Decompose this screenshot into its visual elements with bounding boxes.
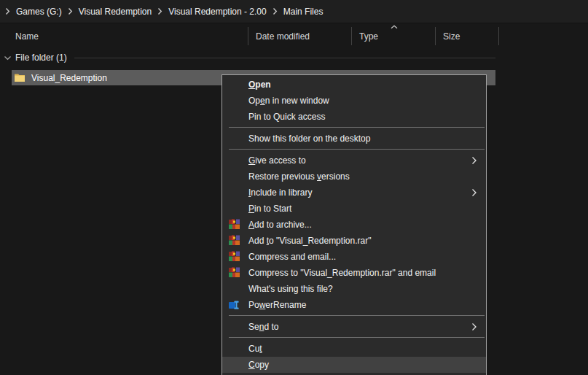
menu-item-send-to[interactable]: Send to [222,319,486,335]
menu-item-open-in-new-window[interactable]: Open in new window [222,93,486,109]
submenu-arrow-icon [471,156,477,165]
menu-item-powerrename[interactable]: PowerRename [222,297,486,313]
breadcrumb-item-visual-redemption-2-00[interactable]: Visual Redemption - 2.00 [165,5,270,18]
winrar-icon [229,219,240,230]
menu-item-label: What's using this file? [248,284,333,294]
breadcrumb-chevron-icon[interactable] [68,7,73,15]
menu-item-label: Compress to "Visual_Redemption.rar" and … [248,268,436,278]
menu-separator [229,149,485,150]
column-header-row: NameDate modifiedTypeSize [0,24,499,48]
menu-item-label: Include in library [248,188,312,198]
winrar-icon [229,235,240,246]
menu-item-label: Open in new window [248,96,329,106]
column-header-label: Type [359,31,378,42]
menu-item-copy[interactable]: Copy [222,357,486,373]
group-header-line [74,58,495,58]
menu-separator [229,337,485,338]
menu-item-label: Copy [248,360,269,370]
menu-item-show-this-folder-on-the-desktop[interactable]: Show this folder on the desktop [222,131,486,147]
menu-item-compress-and-email[interactable]: Compress and email... [222,249,486,265]
menu-item-label: Add to archive... [248,220,312,230]
breadcrumb-item-games-g[interactable]: Games (G:) [13,5,65,18]
menu-item-add-to-archive[interactable]: Add to archive... [222,217,486,233]
column-header-name[interactable]: Name [0,24,248,48]
menu-item-label: Restore previous versions [248,171,350,182]
context-menu: OpenOpen in new windowPin to Quick acces… [222,74,487,375]
powerrename-icon [229,299,240,311]
menu-item-label: Open [248,80,271,90]
menu-item-compress-to-visual-redemption-rar-and-email[interactable]: Compress to "Visual_Redemption.rar" and … [222,265,486,281]
column-header-label: Date modified [256,31,310,42]
menu-item-pin-to-quick-access[interactable]: Pin to Quick access [222,109,486,125]
breadcrumb: Games (G:)Visual RedemptionVisual Redemp… [0,0,588,23]
menu-item-give-access-to[interactable]: Give access to [222,152,486,169]
menu-item-label: Compress and email... [248,252,336,262]
menu-item-label: Pin to Start [248,204,291,214]
breadcrumb-chevron-icon[interactable] [5,7,10,15]
winrar-icon [229,251,240,262]
menu-separator [229,315,485,316]
group-header-label: File folder (1) [15,53,67,63]
menu-item-label: PowerRename [248,300,306,310]
submenu-arrow-icon [471,322,477,331]
menu-item-label: Add to "Visual_Redemption.rar" [248,236,371,246]
menu-item-label: Give access to [248,155,306,166]
menu-item-open[interactable]: Open [222,77,486,93]
chevron-down-icon[interactable] [4,55,12,61]
menu-item-label: Pin to Quick access [248,112,325,122]
column-header-date-modified[interactable]: Date modified [248,24,352,48]
menu-item-restore-previous-versions[interactable]: Restore previous versions [222,169,486,185]
menu-separator [229,127,485,128]
menu-item-label: Show this folder on the desktop [248,134,370,144]
column-header-type[interactable]: Type [352,24,436,48]
column-header-label: Size [443,31,460,42]
folder-icon [15,73,26,82]
sort-ascending-icon [390,25,398,29]
menu-item-what-s-using-this-file[interactable]: What's using this file? [222,281,486,297]
file-explorer-window: Games (G:)Visual RedemptionVisual Redemp… [0,0,588,375]
file-name: Visual_Redemption [31,73,107,83]
column-header-size[interactable]: Size [436,24,499,48]
group-header: File folder (1) [0,50,503,65]
menu-item-add-to-visual-redemption-rar[interactable]: Add to "Visual_Redemption.rar" [222,233,486,249]
breadcrumb-chevron-icon[interactable] [157,7,162,15]
menu-item-pin-to-start[interactable]: Pin to Start [222,201,486,217]
menu-item-cut[interactable]: Cut [222,341,486,357]
submenu-arrow-icon [471,188,477,197]
breadcrumb-item-main-files[interactable]: Main Files [281,5,326,18]
breadcrumb-chevron-icon[interactable] [273,7,278,15]
winrar-icon [229,267,240,278]
menu-item-include-in-library[interactable]: Include in library [222,185,486,201]
breadcrumb-item-visual-redemption[interactable]: Visual Redemption [76,5,155,18]
menu-item-label: Cut [248,344,262,354]
column-header-label: Name [15,31,39,42]
menu-item-label: Send to [248,322,278,332]
